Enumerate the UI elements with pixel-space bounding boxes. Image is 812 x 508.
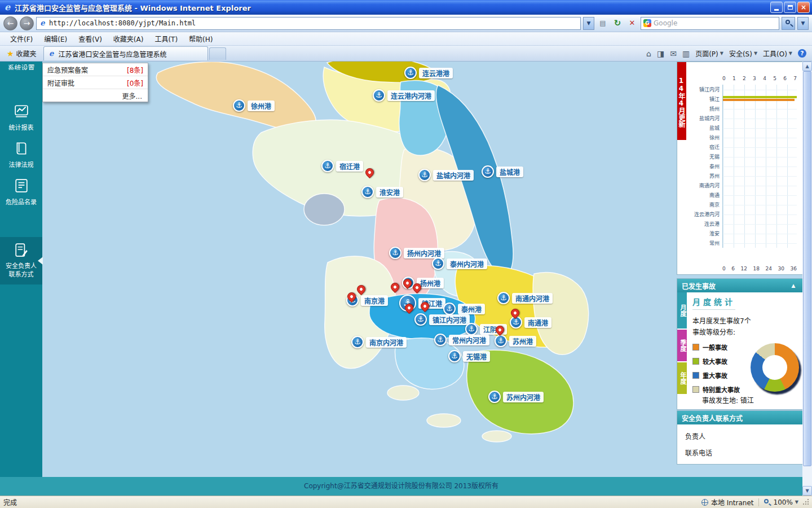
quick-menu-row[interactable]: 应急预案备案[8条] [43, 63, 148, 76]
port-marker[interactable]: ⚓淮安港 [361, 186, 403, 198]
more-link[interactable]: 更多... [43, 89, 148, 102]
quick-menu-row[interactable]: 附证审批[0条] [43, 76, 148, 89]
scroll-up-arrow[interactable]: ▲ [802, 62, 812, 71]
port-label: 镇江内河港 [429, 314, 470, 325]
legend-label: 重大事故 [703, 371, 727, 380]
sidebar-item-chart[interactable]: 统计报表 [0, 99, 42, 137]
chart-row: 盐城内河 [677, 113, 797, 123]
menu-item[interactable]: 编辑(E) [38, 32, 73, 45]
legend-item: 重大事故 [692, 368, 745, 382]
scroll-thumb[interactable] [803, 71, 811, 466]
accident-tab-column: 月度季度年度 [677, 292, 687, 395]
favorites-button[interactable]: ★ 收藏夹 [2, 47, 41, 60]
port-marker[interactable]: ⚓泰州内河港 [432, 257, 487, 270]
zoom-control[interactable]: 100% ▼ [764, 498, 798, 506]
menu-item[interactable]: 收藏夹(A) [108, 32, 149, 45]
chart-row: 南京 [677, 200, 797, 209]
minimize-button[interactable] [770, 2, 783, 13]
menu-item[interactable]: 文件(F) [5, 32, 38, 45]
address-dropdown-button[interactable]: ▼ [583, 17, 594, 30]
port-label: 淮安港 [376, 187, 403, 198]
list-icon [14, 178, 29, 195]
maximize-button[interactable] [784, 2, 796, 13]
resize-grip[interactable] [802, 499, 809, 506]
accident-panel-header[interactable]: 已发生事故 ▲ [677, 279, 802, 292]
port-label: 扬州内河港 [404, 248, 444, 259]
help-icon[interactable]: ? [798, 49, 806, 58]
address-field[interactable]: e http://localhost:8080/yjpt/Main.html [36, 17, 581, 30]
port-label: 无锡港 [463, 351, 490, 362]
zoom-caret-icon[interactable]: ▼ [795, 500, 798, 505]
new-tab-stub[interactable] [209, 47, 226, 60]
sidebar-item-list[interactable]: 危险品名录 [0, 174, 42, 211]
bar-segment-orange [723, 99, 795, 101]
port-marker[interactable]: ⚓盐城内河港 [418, 169, 474, 181]
port-marker[interactable]: ⚓苏州港 [495, 335, 536, 347]
chart-row: 常州 [677, 238, 797, 248]
safety-menu-button[interactable]: 安全(S)▼ [729, 49, 757, 58]
port-marker[interactable]: ⚓盐城港 [482, 165, 523, 178]
contact-row: 联系电话 [685, 448, 802, 457]
vertical-scrollbar[interactable]: ▲ ▼ [802, 62, 812, 496]
chart-row: 宿迁 [677, 142, 797, 152]
compatibility-view-icon[interactable]: ▤ [597, 17, 609, 29]
axis-tick: 24 [766, 266, 772, 271]
close-button[interactable]: × [797, 2, 810, 13]
port-marker[interactable]: ⚓徐州港 [233, 99, 275, 112]
port-marker[interactable]: ⚓苏州内河港 [488, 391, 544, 403]
menu-item[interactable]: 帮助(H) [183, 32, 218, 45]
ie-logo-icon: e [2, 2, 12, 12]
quick-row-count: [8条] [127, 65, 143, 75]
port-marker[interactable]: ⚓连云港内河港 [373, 89, 435, 102]
accident-tab-季度[interactable]: 季度 [677, 330, 687, 361]
anchor-icon: ⚓ [432, 257, 444, 270]
contact-panel-header[interactable]: 安全负责人联系方式 [677, 411, 802, 424]
quick-row-count: [0条] [127, 78, 143, 87]
print-icon[interactable]: ▥ [682, 49, 690, 58]
port-marker[interactable]: ⚓无锡港 [448, 350, 490, 362]
chart-row-track [722, 219, 797, 229]
refresh-button[interactable]: ↻ [611, 17, 624, 29]
search-button[interactable] [782, 17, 795, 30]
port-marker[interactable]: ⚓常州内河港 [434, 334, 489, 346]
sidebar-item-book[interactable]: 法律法规 [0, 137, 42, 174]
forward-button[interactable]: → [20, 16, 34, 30]
legend-label: 一般事故 [703, 343, 727, 352]
legend-color-swatch [692, 372, 699, 379]
feeds-icon[interactable]: ◨ [657, 49, 664, 58]
sidebar-item-contact[interactable]: 安全负责人联系方式 [0, 237, 42, 284]
search-box[interactable]: G Google [641, 17, 779, 30]
stop-button[interactable]: ✕ [626, 17, 638, 29]
port-label: 连云港港 [419, 68, 453, 78]
url-text[interactable]: http://localhost:8080/yjpt/Main.html [49, 19, 579, 27]
home-icon[interactable]: ⌂ [646, 49, 651, 58]
search-dropdown-button[interactable]: ▼ [797, 17, 809, 30]
tab-active[interactable]: e 江苏省港口安全监管与应急管理系统 [43, 46, 208, 60]
port-marker[interactable]: ⚓南京内河港 [351, 336, 407, 348]
menu-item[interactable]: 查看(V) [73, 32, 108, 45]
axis-tick: 12 [741, 266, 747, 271]
port-label: 盐城港 [496, 167, 523, 177]
accident-tab-月度[interactable]: 月度 [677, 292, 687, 329]
sidebar-item-system-settings[interactable]: 系统设置 [0, 62, 42, 70]
port-marker[interactable]: ⚓南通内河港 [497, 292, 553, 304]
accident-tab-年度[interactable]: 年度 [677, 362, 687, 394]
port-marker[interactable]: ⚓宿迁港 [321, 160, 363, 172]
tools-menu-button[interactable]: 工具(O)▼ [763, 49, 792, 58]
collapse-icon[interactable]: ▲ [789, 283, 798, 288]
port-marker[interactable]: ⚓镇江内河港 [414, 313, 470, 326]
search-input[interactable]: Google [654, 19, 776, 27]
google-icon: G [643, 19, 651, 27]
page-menu-button[interactable]: 页面(P)▼ [695, 49, 723, 58]
port-label: 苏州内河港 [503, 392, 544, 402]
port-label: 盐城内河港 [433, 170, 474, 181]
accident-summary: 本月度发生事故7个 [692, 316, 799, 325]
axis-tick: 7 [793, 76, 797, 81]
back-button[interactable]: ← [3, 16, 17, 30]
scroll-down-arrow[interactable]: ▼ [802, 486, 812, 496]
page-content: ⚓连云港港⚓连云港内河港⚓徐州港⚓宿迁港⚓淮安港⚓盐城内河港⚓盐城港⚓扬州内河港… [0, 62, 812, 496]
legend-item: 特别重大事故 [692, 382, 745, 396]
menu-item[interactable]: 工具(T) [149, 32, 183, 45]
port-marker[interactable]: ⚓连云港港 [404, 67, 453, 79]
mail-icon[interactable]: ✉ [670, 49, 677, 58]
